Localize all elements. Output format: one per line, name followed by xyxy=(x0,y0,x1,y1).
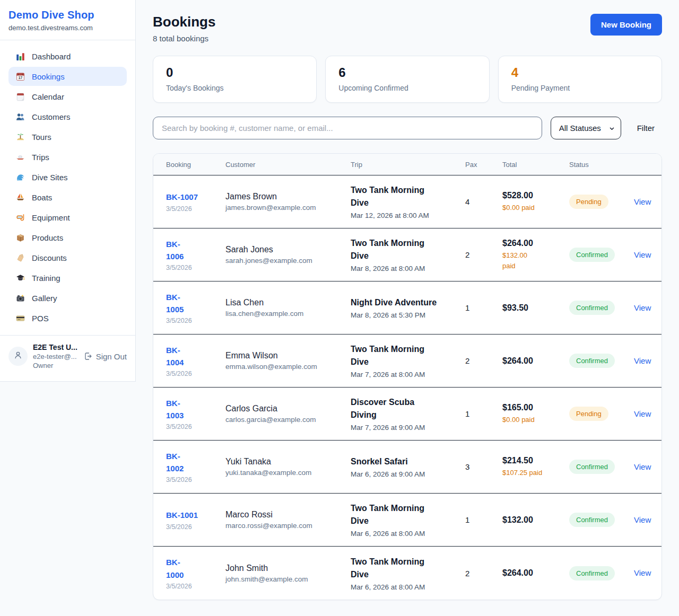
customer-name: Yuki Tanaka xyxy=(225,457,342,467)
booking-id-link[interactable]: BK- 1000 xyxy=(166,556,217,581)
sign-out-label: Sign Out xyxy=(96,352,127,361)
search-input[interactable] xyxy=(153,117,542,139)
trip-cell: Two Tank Morning Dive Mar 7, 2026 at 8:0… xyxy=(351,343,465,379)
booking-date: 3/5/2026 xyxy=(166,423,217,430)
sidebar-item-trips[interactable]: Trips xyxy=(8,147,127,166)
view-link[interactable]: View xyxy=(634,197,651,206)
status-select[interactable]: All Statuses xyxy=(551,117,621,139)
customer-email: yuki.tanaka@example.com xyxy=(225,469,342,477)
stat-card-pending-payment: 4 Pending Payment xyxy=(498,56,662,103)
package-icon xyxy=(15,233,25,242)
credit-card-icon xyxy=(15,313,25,323)
sign-out-button[interactable]: Sign Out xyxy=(84,352,127,361)
status-cell: Confirmed xyxy=(569,248,634,262)
trip-cell: Two Tank Morning Dive Mar 6, 2026 at 8:0… xyxy=(351,502,465,538)
booking-id-link[interactable]: BK- 1004 xyxy=(166,344,217,369)
status-cell: Confirmed xyxy=(569,513,634,527)
stats-row: 0 Today's Bookings 6 Upcoming Confirmed … xyxy=(153,56,662,103)
total-cell: $264.00 $132.00 paid xyxy=(502,239,569,271)
sidebar-item-customers[interactable]: Customers xyxy=(8,107,127,126)
booking-id-link[interactable]: BK-1001 xyxy=(166,509,217,521)
total-cell: $165.00 $0.00 paid xyxy=(502,403,569,425)
customer-name: Emma Wilson xyxy=(225,351,342,360)
sidebar-item-training[interactable]: Training xyxy=(8,268,127,287)
pax-cell: 4 xyxy=(465,197,502,206)
customer-cell: John Smith john.smith@example.com xyxy=(225,564,351,583)
trip-datetime: Mar 6, 2026 at 9:00 AM xyxy=(351,470,457,478)
sidebar: Demo Dive Shop demo.test.divestreams.com… xyxy=(0,0,136,382)
booking-id-link[interactable]: BK- 1002 xyxy=(166,450,217,475)
action-cell: View xyxy=(634,356,649,366)
customer-name: John Smith xyxy=(225,564,342,573)
new-booking-button[interactable]: New Booking xyxy=(590,14,662,36)
view-link[interactable]: View xyxy=(634,568,651,577)
status-badge: Confirmed xyxy=(569,301,615,315)
total-cell: $528.00 $0.00 paid xyxy=(502,191,569,213)
sidebar-item-label: Discounts xyxy=(32,253,67,262)
dive-mask-icon xyxy=(15,213,25,222)
trip-cell: Two Tank Morning Dive Mar 6, 2026 at 8:0… xyxy=(351,556,465,591)
sidebar-item-dashboard[interactable]: Dashboard xyxy=(8,47,127,66)
customer-name: Marco Rossi xyxy=(225,510,342,520)
view-link[interactable]: View xyxy=(634,303,651,312)
sidebar-item-label: Equipment xyxy=(32,213,70,222)
booking-id-link[interactable]: BK- 1005 xyxy=(166,291,217,316)
action-cell: View xyxy=(634,250,649,260)
avatar xyxy=(8,347,28,366)
view-link[interactable]: View xyxy=(634,515,651,524)
view-link[interactable]: View xyxy=(634,462,651,471)
action-cell: View xyxy=(634,515,649,525)
pax-cell: 1 xyxy=(465,409,502,418)
sidebar-item-equipment[interactable]: Equipment xyxy=(8,208,127,227)
customer-email: john.smith@example.com xyxy=(225,575,342,583)
sidebar-item-label: Gallery xyxy=(32,294,57,303)
view-link[interactable]: View xyxy=(634,409,651,418)
status-badge: Pending xyxy=(569,407,608,421)
sidebar-item-dive-sites[interactable]: Dive Sites xyxy=(8,168,127,187)
customer-email: carlos.garcia@example.com xyxy=(225,416,342,424)
sidebar-item-label: Dive Sites xyxy=(32,173,68,182)
column-header-status: Status xyxy=(569,161,634,169)
column-header-trip: Trip xyxy=(351,161,465,169)
booking-row: BK- 1005 3/5/2026 Lisa Chen lisa.chen@ex… xyxy=(153,281,661,335)
view-link[interactable]: View xyxy=(634,356,651,365)
filter-button[interactable]: Filter xyxy=(630,124,662,133)
booking-date: 3/5/2026 xyxy=(166,205,217,213)
sign-out-icon xyxy=(84,352,92,360)
sidebar-item-label: Calendar xyxy=(32,92,64,101)
status-badge: Confirmed xyxy=(569,513,615,527)
booking-id-link[interactable]: BK-1007 xyxy=(166,191,217,203)
booking-id-link[interactable]: BK- 1006 xyxy=(166,238,217,263)
sidebar-item-tours[interactable]: Tours xyxy=(8,127,127,146)
sidebar-item-pos[interactable]: POS xyxy=(8,309,127,328)
status-select-wrap: All Statuses xyxy=(551,117,621,139)
sidebar-item-boats[interactable]: Boats xyxy=(8,188,127,207)
sidebar-item-bookings[interactable]: 17 Bookings xyxy=(8,67,127,86)
trip-name: Two Tank Morning Dive xyxy=(351,502,457,527)
sidebar-item-gallery[interactable]: Gallery xyxy=(8,288,127,307)
total-amount: $264.00 xyxy=(502,568,561,578)
trip-name: Two Tank Morning Dive xyxy=(351,184,457,209)
stat-value: 4 xyxy=(511,65,649,80)
table-header-row: BookingCustomerTripPaxTotalStatus xyxy=(153,154,661,175)
status-badge: Pending xyxy=(569,195,608,209)
sidebar-item-discounts[interactable]: Discounts xyxy=(8,248,127,267)
shop-name: Demo Dive Shop xyxy=(8,9,127,21)
customer-cell: Lisa Chen lisa.chen@example.com xyxy=(225,298,351,318)
total-amount: $264.00 xyxy=(502,356,561,366)
trip-name: Discover Scuba Diving xyxy=(351,396,457,421)
trip-datetime: Mar 7, 2026 at 9:00 AM xyxy=(351,424,457,432)
booking-id-link[interactable]: BK- 1003 xyxy=(166,397,217,422)
sidebar-item-label: Dashboard xyxy=(32,52,71,61)
pax-cell: 1 xyxy=(465,303,502,312)
sidebar-item-calendar[interactable]: Calendar xyxy=(8,87,127,106)
customer-email: lisa.chen@example.com xyxy=(225,310,342,318)
view-link[interactable]: View xyxy=(634,250,651,259)
status-cell: Confirmed xyxy=(569,354,634,368)
page-title: Bookings xyxy=(153,14,215,30)
tag-icon xyxy=(15,253,25,262)
pax-cell: 2 xyxy=(465,250,502,259)
sidebar-item-products[interactable]: Products xyxy=(8,228,127,247)
sidebar-item-label: Boats xyxy=(32,193,52,202)
user-name: E2E Test U... xyxy=(33,343,79,351)
